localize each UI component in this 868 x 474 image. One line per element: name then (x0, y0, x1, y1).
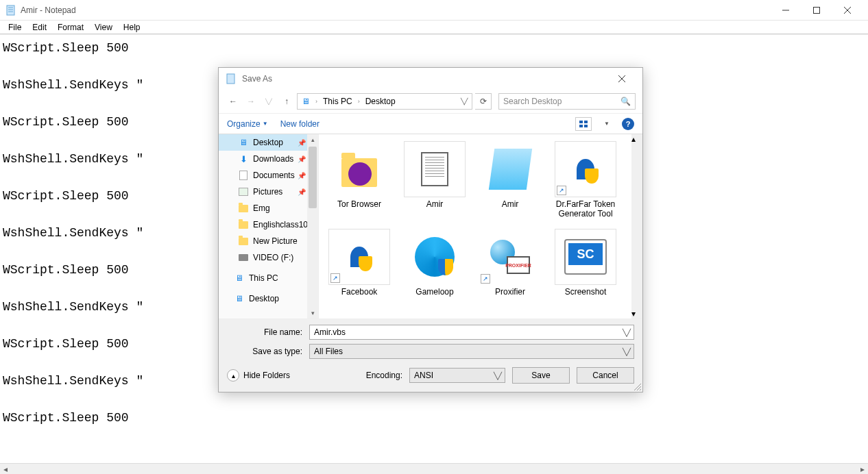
sidebar-item[interactable]: Emg (219, 200, 318, 216)
file-thumbnail: ↗ (555, 141, 616, 197)
sidebar-item-label: Documents (253, 171, 295, 180)
file-item[interactable]: Amir (474, 138, 546, 223)
file-thumbnail (328, 141, 390, 197)
file-name: Facebook (341, 288, 378, 297)
menu-help[interactable]: Help (118, 21, 146, 34)
pin-icon: 📌 (298, 139, 306, 147)
file-thumbnail (479, 141, 541, 197)
search-placeholder: Search Desktop (503, 97, 620, 106)
svg-rect-5 (813, 7, 819, 13)
sidebar-item-label: Englishclass101 (253, 220, 313, 229)
maximize-button[interactable] (801, 0, 832, 21)
encoding-select[interactable]: ANSI╲╱ (409, 368, 505, 383)
file-name: Proxifier (495, 288, 525, 297)
chevron-down-icon[interactable]: ╲╱ (623, 329, 631, 336)
minimize-button[interactable] (770, 0, 801, 21)
breadcrumb-leaf[interactable]: Desktop (363, 94, 398, 109)
nav-recent-button[interactable]: ╲╱ (261, 94, 276, 109)
file-item[interactable]: Amir (398, 138, 471, 223)
dialog-icon (226, 73, 237, 84)
savetype-label: Save as type: (227, 347, 309, 356)
file-item[interactable]: Tor Browser (323, 138, 396, 223)
filename-label: File name: (227, 327, 309, 337)
view-mode-button[interactable] (575, 117, 592, 131)
sidebar-item-label: Desktop (253, 138, 283, 147)
shortcut-icon: ↗ (481, 274, 490, 284)
menubar: File Edit Format View Help (0, 21, 868, 34)
sidebar-group[interactable]: 🖥Desktop (219, 290, 318, 307)
chevron-down-icon[interactable]: ╲╱ (494, 372, 502, 379)
file-thumbnail (404, 141, 466, 197)
scroll-down-icon[interactable]: ▾ (631, 309, 642, 319)
menu-edit[interactable]: Edit (27, 21, 52, 34)
notepad-icon (5, 5, 16, 16)
file-name: Dr.FarFar Token Generator Tool (552, 200, 619, 219)
breadcrumb-pc-icon[interactable]: 🖥 (299, 94, 313, 109)
sidebar-group[interactable]: 🖥This PC (219, 270, 318, 286)
chevron-right-icon: › (357, 98, 361, 105)
svg-rect-0 (7, 5, 14, 15)
shortcut-icon: ↗ (557, 186, 566, 195)
new-folder-button[interactable]: New folder (280, 119, 320, 129)
file-name: Gameloop (415, 288, 453, 297)
collapse-icon: ▴ (227, 369, 239, 382)
sidebar-item[interactable]: 🖥Desktop📌 (219, 134, 318, 151)
file-item[interactable]: ↗Dr.FarFar Token Generator Tool (549, 138, 622, 223)
pin-icon: 📌 (298, 172, 306, 179)
dialog-close-button[interactable] (608, 69, 636, 88)
dialog-nav: ← → ╲╱ ↑ 🖥 › This PC › Desktop ╲╱ ⟳ Sear… (219, 90, 642, 113)
hide-folders-button[interactable]: ▴ Hide Folders (227, 369, 290, 382)
savetype-select[interactable]: All Files╲╱ (309, 344, 634, 359)
chevron-down-icon[interactable]: ╲╱ (623, 348, 631, 356)
scroll-thumb[interactable] (309, 147, 317, 208)
menu-format[interactable]: Format (52, 21, 89, 34)
sidebar-item[interactable]: VIDEO (F:) (219, 249, 318, 266)
scroll-up-icon[interactable]: ▴ (631, 134, 642, 144)
file-item[interactable]: Gameloop (398, 226, 471, 311)
horizontal-scrollbar[interactable]: ◂ ▸ (0, 463, 868, 474)
search-input[interactable]: Search Desktop 🔍 (498, 93, 636, 110)
sidebar-item[interactable]: Documents📌 (219, 167, 318, 184)
scroll-up-icon[interactable]: ▴ (307, 134, 318, 145)
pin-icon: 📌 (298, 155, 306, 163)
scroll-left-button[interactable]: ◂ (0, 464, 11, 474)
dialog-body: 🖥Desktop📌⬇Downloads📌Documents📌Pictures📌E… (219, 134, 642, 319)
nav-back-button[interactable]: ← (226, 94, 241, 109)
resize-grip[interactable] (633, 382, 641, 390)
help-button[interactable]: ? (622, 118, 634, 130)
scroll-right-button[interactable]: ▸ (857, 464, 868, 474)
breadcrumb-root[interactable]: This PC (320, 94, 355, 109)
save-button[interactable]: Save (512, 367, 570, 384)
sidebar-item[interactable]: Englishclass101 (219, 216, 318, 233)
sidebar-item-label: Emg (253, 203, 270, 213)
sidebar-scrollbar[interactable]: ▴ ▾ (307, 134, 318, 319)
file-area: Tor BrowserAmirAmir↗Dr.FarFar Token Gene… (319, 134, 642, 319)
svg-rect-11 (579, 121, 583, 123)
file-item[interactable]: ↗Facebook (323, 226, 396, 311)
organize-button[interactable]: Organize ▼ (227, 119, 268, 129)
file-scrollbar[interactable]: ▴ ▾ (631, 134, 642, 319)
file-item[interactable]: PROXIFIER↗Proxifier (474, 226, 546, 311)
menu-file[interactable]: File (3, 21, 27, 34)
file-name: Screenshot (565, 288, 607, 297)
close-button[interactable] (832, 0, 863, 21)
scroll-down-icon[interactable]: ▾ (307, 308, 318, 319)
sidebar-item[interactable]: Pictures📌 (219, 184, 318, 200)
refresh-button[interactable]: ⟳ (475, 93, 492, 110)
address-bar[interactable]: 🖥 › This PC › Desktop ╲╱ (297, 93, 472, 110)
sidebar-item[interactable]: ⬇Downloads📌 (219, 151, 318, 167)
sidebar-item[interactable]: New Picture (219, 233, 318, 249)
file-name: Amir (426, 200, 444, 210)
svg-rect-14 (584, 125, 588, 127)
search-icon: 🔍 (620, 97, 631, 106)
view-dropdown[interactable]: ▼ (604, 121, 610, 127)
nav-up-button[interactable]: ↑ (279, 94, 294, 109)
address-dropdown[interactable]: ╲╱ (459, 98, 470, 105)
nav-forward-button[interactable]: → (243, 94, 258, 109)
filename-input[interactable]: Amir.vbs╲╱ (309, 325, 634, 340)
menu-view[interactable]: View (89, 21, 118, 34)
dialog-toolbar: Organize ▼ New folder ▼ ? (219, 113, 642, 134)
file-item[interactable]: SCScreenshot (549, 226, 622, 311)
chevron-right-icon: › (314, 98, 319, 105)
cancel-button[interactable]: Cancel (577, 367, 634, 384)
